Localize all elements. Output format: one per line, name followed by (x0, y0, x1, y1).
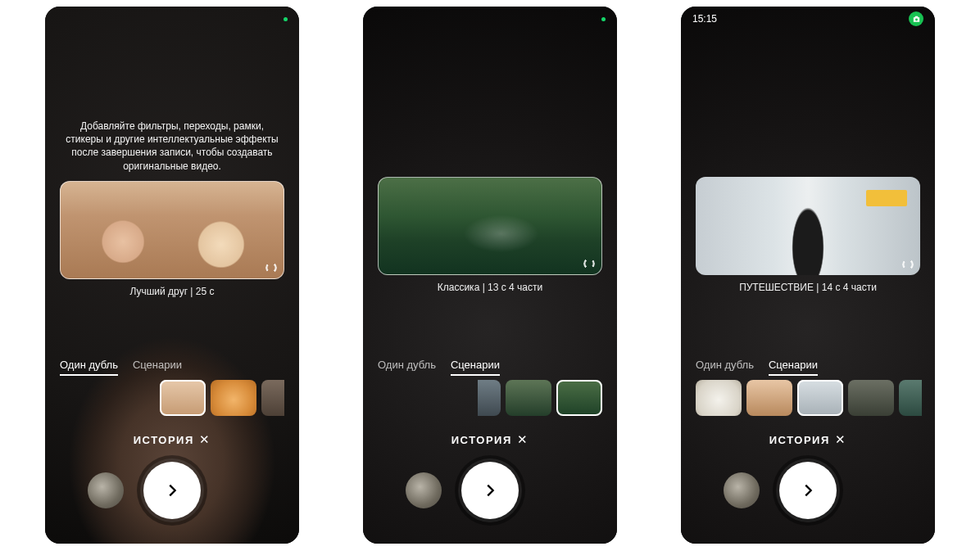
status-indicator-icon (601, 17, 606, 21)
bottom-controls (45, 462, 299, 519)
template-thumbnails (478, 380, 602, 419)
status-bar (45, 11, 299, 26)
tab-single-take[interactable]: Один дубль (696, 359, 754, 376)
bottom-controls (363, 462, 617, 519)
status-time: 15:15 (692, 13, 717, 25)
status-indicator-icon (284, 17, 288, 21)
story-label-text: ИСТОРИЯ (451, 434, 512, 446)
story-mode-label: ИСТОРИЯ ✕ (363, 432, 617, 447)
shutter-button[interactable] (461, 462, 519, 519)
bottom-controls (681, 462, 935, 519)
onboarding-tip: Добавляйте фильтры, переходы, рамки, сти… (60, 120, 284, 297)
template-thumbnail[interactable] (696, 380, 742, 416)
tab-single-take[interactable]: Один дубль (378, 359, 436, 376)
template-thumbnail[interactable] (556, 380, 602, 416)
template-thumbnail[interactable] (797, 380, 843, 416)
tab-scenarios[interactable]: Сценарии (451, 359, 500, 376)
template-caption: Классика | 13 с 4 части (438, 282, 543, 293)
tab-single-take[interactable]: Один дубль (60, 359, 118, 376)
template-caption: ПУТЕШЕСТВИЕ | 14 с 4 части (739, 282, 877, 293)
story-label-text: ИСТОРИЯ (134, 434, 194, 446)
chevron-right-icon (163, 481, 181, 499)
mode-tabs: Один дубль Сценарии (60, 359, 284, 376)
tab-scenarios[interactable]: Сценарии (133, 359, 182, 376)
story-label-text: ИСТОРИЯ (769, 434, 830, 446)
phone-screenshot-1: Добавляйте фильтры, переходы, рамки, сти… (45, 7, 299, 544)
template-preview[interactable] (378, 177, 602, 275)
tip-text: Добавляйте фильтры, переходы, рамки, сти… (60, 120, 284, 173)
template-thumbnail[interactable] (261, 380, 284, 416)
svg-point-0 (915, 18, 918, 20)
template-thumbnails (160, 380, 284, 419)
close-icon[interactable]: ✕ (835, 432, 847, 447)
template-preview-wrap: ПУТЕШЕСТВИЕ | 14 с 4 части (696, 177, 920, 293)
gallery-button[interactable] (88, 472, 124, 508)
template-preview[interactable] (696, 177, 920, 275)
shutter-button[interactable] (779, 462, 837, 519)
mode-tabs: Один дубль Сценарии (378, 359, 602, 376)
status-bar: 15:15 (681, 11, 935, 26)
template-thumbnail[interactable] (746, 380, 792, 416)
template-caption: Лучший друг | 25 с (60, 286, 284, 297)
phone-screenshot-2: Классика | 13 с 4 части Один дубль Сцена… (363, 7, 617, 544)
template-thumbnail[interactable] (848, 380, 894, 416)
shutter-button[interactable] (143, 462, 201, 519)
story-mode-label: ИСТОРИЯ ✕ (45, 432, 299, 447)
close-icon[interactable]: ✕ (199, 432, 211, 447)
close-icon[interactable]: ✕ (517, 432, 529, 447)
template-thumbnail[interactable] (211, 380, 256, 416)
template-thumbnail[interactable] (160, 380, 206, 416)
gallery-button[interactable] (724, 472, 760, 508)
template-preview[interactable] (60, 181, 284, 279)
chevron-right-icon (481, 481, 499, 499)
template-thumbnail[interactable] (506, 380, 551, 416)
tab-scenarios[interactable]: Сценарии (769, 359, 818, 376)
status-bar (363, 11, 617, 26)
template-thumbnail[interactable] (478, 380, 501, 416)
template-thumbnail[interactable] (899, 380, 922, 416)
story-mode-label: ИСТОРИЯ ✕ (681, 432, 935, 447)
chevron-right-icon (799, 481, 817, 499)
template-thumbnails (696, 380, 935, 419)
gallery-button[interactable] (406, 472, 442, 508)
mode-tabs: Один дубль Сценарии (696, 359, 920, 376)
phone-screenshot-3: 15:15 ПУТЕШЕСТВИЕ | 14 с 4 части Один ду… (681, 7, 935, 544)
camera-active-icon (909, 11, 923, 26)
template-preview-wrap: Классика | 13 с 4 части (378, 177, 602, 293)
